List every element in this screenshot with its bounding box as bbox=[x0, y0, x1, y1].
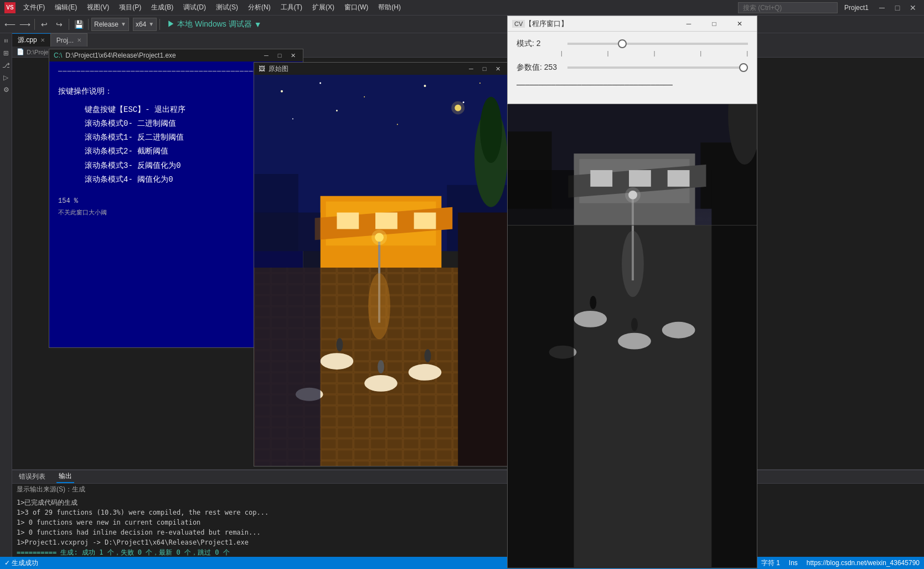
param-label: 参数值: 253 bbox=[517, 63, 561, 73]
sidebar-tools[interactable]: ⚙ bbox=[1, 84, 12, 95]
console-icon: C:\ bbox=[54, 52, 62, 59]
menu-build[interactable]: 生成(B) bbox=[147, 2, 178, 13]
svg-point-12 bbox=[451, 101, 464, 115]
param-row: 参数值: 253 bbox=[517, 62, 748, 73]
platform-dropdown[interactable]: x64 ▼ bbox=[133, 18, 157, 31]
svg-rect-70 bbox=[508, 170, 574, 567]
svg-rect-38 bbox=[254, 213, 320, 466]
svg-point-66 bbox=[628, 191, 637, 199]
redo-btn[interactable]: ↪ bbox=[53, 18, 66, 31]
control-window: CV 【程序窗口】 ─ □ ✕ 模式: 2 ||||| 参数值: 253 bbox=[507, 16, 757, 104]
menu-test[interactable]: 测试(S) bbox=[211, 2, 242, 13]
svg-rect-56 bbox=[668, 170, 690, 187]
svg-point-16 bbox=[480, 97, 502, 163]
ctrl-minimize[interactable]: ─ bbox=[676, 16, 701, 32]
svg-rect-55 bbox=[629, 170, 651, 187]
output-line-4: 1> 0 functions had inline decision re-ev… bbox=[17, 527, 920, 537]
original-image-close[interactable]: ✕ bbox=[492, 64, 503, 73]
console-close[interactable]: ✕ bbox=[287, 51, 298, 60]
svg-rect-37 bbox=[458, 213, 507, 466]
menu-edit[interactable]: 编辑(E) bbox=[50, 2, 81, 13]
dropdown-arrow: ▼ bbox=[121, 21, 126, 27]
app-icon: VS bbox=[4, 2, 16, 13]
svg-rect-51 bbox=[574, 153, 695, 264]
param-slider-track bbox=[567, 66, 748, 69]
grayscale-svg bbox=[508, 32, 757, 568]
close-btn[interactable]: ✕ bbox=[906, 1, 920, 14]
svg-point-36 bbox=[368, 273, 390, 339]
sep3 bbox=[88, 19, 89, 30]
output-line-5: 1>Project1.vcxproj -> D:\Project1\x64\Re… bbox=[17, 537, 920, 547]
platform-arrow: ▼ bbox=[148, 21, 154, 27]
build-config-dropdown[interactable]: Release ▼ bbox=[91, 18, 129, 31]
ctrl-close[interactable]: ✕ bbox=[727, 16, 752, 32]
menu-debug[interactable]: 调试(D) bbox=[179, 2, 210, 13]
mode-row: 模式: 2 bbox=[517, 38, 748, 49]
run-btn[interactable]: ▶ 本地 Windows 调试器 ▼ bbox=[163, 18, 266, 31]
output-tab-bar: 错误列表 输出 bbox=[12, 470, 924, 484]
menu-help[interactable]: 帮助(H) bbox=[374, 2, 405, 13]
console-title-text: D:\Project1\x64\Release\Project1.exe bbox=[65, 52, 175, 59]
menu-right: Project1 ─ □ ✕ bbox=[738, 1, 920, 14]
sidebar-git[interactable]: ⎇ bbox=[1, 60, 12, 71]
svg-point-59 bbox=[618, 333, 651, 350]
search-input[interactable] bbox=[738, 2, 838, 13]
grayscale-image-content bbox=[508, 32, 757, 568]
svg-point-27 bbox=[364, 375, 398, 392]
console-title-bar: C:\ D:\Project1\x64\Release\Project1.exe… bbox=[49, 49, 303, 61]
sidebar-explorer[interactable]: ≡ bbox=[1, 35, 12, 47]
maximize-btn[interactable]: □ bbox=[891, 1, 904, 14]
sidebar-debug2[interactable]: ▷ bbox=[1, 72, 12, 83]
tab-close-source[interactable]: ✕ bbox=[40, 37, 45, 43]
minimize-btn[interactable]: ─ bbox=[875, 1, 889, 14]
status-char: 字符 1 bbox=[761, 558, 780, 568]
svg-point-26 bbox=[321, 353, 354, 370]
original-image-title-text: 原始图 bbox=[269, 64, 288, 74]
menu-file[interactable]: 文件(F) bbox=[19, 2, 49, 13]
sep2 bbox=[69, 19, 69, 30]
undo-btn[interactable]: ↩ bbox=[38, 18, 51, 31]
tab-close-proj[interactable]: ✕ bbox=[77, 37, 81, 43]
back-btn[interactable]: ⟵ bbox=[3, 18, 17, 31]
mode-slider-thumb[interactable] bbox=[618, 39, 627, 48]
save-btn[interactable]: 💾 bbox=[72, 18, 85, 31]
original-image-title-bar: 🖼 原始图 ─ □ ✕ bbox=[254, 63, 508, 75]
sidebar-search[interactable]: ⊞ bbox=[1, 48, 12, 59]
tab-proj[interactable]: Proj... ✕ bbox=[51, 33, 87, 47]
tab-source-cpp[interactable]: 源.cpp ✕ bbox=[12, 33, 51, 47]
menu-window[interactable]: 窗口(W) bbox=[340, 2, 373, 13]
param-slider-thumb[interactable] bbox=[739, 63, 748, 72]
console-maximize[interactable]: □ bbox=[274, 51, 285, 60]
ctrl-title-bar: CV 【程序窗口】 ─ □ ✕ bbox=[508, 16, 757, 32]
svg-rect-21 bbox=[375, 213, 398, 229]
menu-view[interactable]: 视图(V) bbox=[82, 2, 113, 13]
output-source-label: 显示输出来源(S)：生成 bbox=[12, 484, 924, 495]
svg-rect-54 bbox=[590, 170, 612, 187]
painting-svg bbox=[254, 75, 508, 466]
tab-error-list[interactable]: 错误列表 bbox=[17, 470, 48, 483]
original-image-minimize[interactable]: ─ bbox=[466, 64, 477, 73]
forward-btn[interactable]: ⟶ bbox=[18, 18, 32, 31]
svg-marker-53 bbox=[569, 165, 706, 198]
console-minimize[interactable]: ─ bbox=[261, 51, 272, 60]
menu-analyze[interactable]: 分析(N) bbox=[244, 2, 275, 13]
original-image-window: 🖼 原始图 ─ □ ✕ bbox=[254, 62, 508, 467]
output-panel: 错误列表 输出 显示输出来源(S)：生成 1>已完成代码的生成 1>3 of 2… bbox=[12, 469, 924, 569]
ctrl-dashes: ──────────────────────────────────── bbox=[517, 81, 748, 89]
output-content: 1>已完成代码的生成 1>3 of 29 functions (10.3%) w… bbox=[12, 495, 924, 566]
tab-output[interactable]: 输出 bbox=[56, 470, 74, 483]
svg-point-32 bbox=[425, 349, 431, 362]
svg-rect-69 bbox=[711, 170, 757, 567]
original-image-maximize[interactable]: □ bbox=[479, 64, 490, 73]
status-bar: ✓ 生成成功 行 27 列 1 字符 1 Ins https://blog.cs… bbox=[0, 557, 924, 569]
tab-bar: 源.cpp ✕ Proj... ✕ bbox=[12, 33, 87, 47]
ctrl-maximize[interactable]: □ bbox=[701, 16, 727, 32]
menu-extensions[interactable]: 扩展(X) bbox=[308, 2, 339, 13]
status-mode: Ins bbox=[789, 559, 798, 567]
menu-project[interactable]: 项目(P) bbox=[115, 2, 146, 13]
toolbar: ⟵ ⟶ ↩ ↪ 💾 Release ▼ x64 ▼ ▶ 本地 Windows 调… bbox=[0, 16, 924, 33]
svg-point-60 bbox=[662, 322, 695, 339]
menu-tools[interactable]: 工具(T) bbox=[276, 2, 307, 13]
svg-rect-52 bbox=[579, 159, 689, 203]
svg-point-28 bbox=[409, 364, 442, 381]
